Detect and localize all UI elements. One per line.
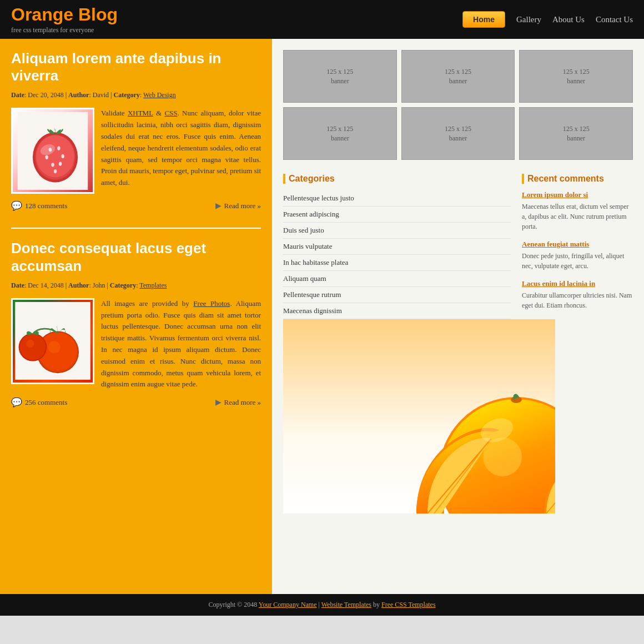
header: Orange Blog free css templates for every… xyxy=(0,0,644,39)
post-2-author-label: Author xyxy=(68,281,89,289)
left-column: Aliquam lorem ante dapibus in viverra Da… xyxy=(0,39,272,594)
recent-comments-title-bar xyxy=(522,174,524,184)
categories-section: Categories Pellentesque lectus justo Pra… xyxy=(283,174,511,319)
post-2-footer: 💬 256 comments ▶ Read more » xyxy=(11,397,261,407)
comment-2-link[interactable]: Aenean feugiat mattis xyxy=(522,240,633,249)
post-1-read-more-link[interactable]: ▶ Read more » xyxy=(215,201,261,210)
post-1-author-label: Author xyxy=(68,91,89,99)
nav-contact-link[interactable]: Contact Us xyxy=(596,15,633,24)
comment-3-text: Curabitur ullamcorper ultricies nisi. Na… xyxy=(522,290,633,310)
post-1-category-link[interactable]: Web Design xyxy=(143,91,176,99)
post-divider xyxy=(11,228,261,229)
category-item[interactable]: Mauris vulputate xyxy=(283,239,511,255)
post-2-read-more-label: Read more » xyxy=(224,398,261,407)
recent-comments-section: Recent comments Lorem ipsum dolor si Mae… xyxy=(522,174,633,319)
post-2-date: Dec 14, 2048 xyxy=(28,281,63,289)
footer: Copyright © 2048 Your Company Name | Web… xyxy=(0,594,644,616)
categories-title-text: Categories xyxy=(289,174,335,184)
banner-6[interactable]: 125 x 125banner xyxy=(519,107,633,160)
banner-grid: 125 x 125banner 125 x 125banner 125 x 12… xyxy=(283,50,633,160)
post-1-footer: 💬 128 comments ▶ Read more » xyxy=(11,200,261,211)
post-2-meta: Date: Dec 14, 2048 | Author: John | Cate… xyxy=(11,281,261,290)
comment-1-link[interactable]: Lorem ipsum dolor si xyxy=(522,190,633,199)
footer-copyright: Copyright © 2048 xyxy=(208,601,257,608)
main-wrapper: Aliquam lorem ante dapibus in viverra Da… xyxy=(0,39,644,594)
comment-1-text: Maecenas tellus erat, dictum vel semper … xyxy=(522,202,633,232)
post-1-comments-link[interactable]: 💬 128 comments xyxy=(11,200,67,211)
svg-point-19 xyxy=(26,340,34,348)
comment-1: Lorem ipsum dolor si Maecenas tellus era… xyxy=(522,190,633,232)
categories-title: Categories xyxy=(283,174,511,184)
post-1-title: Aliquam lorem ante dapibus in viverra xyxy=(11,50,261,84)
comment-3: Lacus enim id lacinia in Curabitur ullam… xyxy=(522,279,633,310)
footer-by: by xyxy=(373,601,380,608)
play-icon: ▶ xyxy=(215,201,222,210)
footer-css-link[interactable]: Free CSS Templates xyxy=(381,601,436,608)
post-2-date-label: Date xyxy=(11,281,24,289)
play-icon-2: ▶ xyxy=(215,398,222,407)
post-2-comments-count: 256 comments xyxy=(25,398,67,407)
post-2-category-label: Category xyxy=(110,281,136,289)
category-item[interactable]: In hac habitasse platea xyxy=(283,255,511,271)
nav-home-button[interactable]: Home xyxy=(462,11,505,28)
post-1-meta: Date: Dec 20, 2048 | Author: David | Cat… xyxy=(11,91,261,99)
post-2-image xyxy=(11,298,94,384)
recent-comments-title-text: Recent comments xyxy=(527,174,604,184)
orange-decoration-svg xyxy=(283,319,555,514)
banner-2[interactable]: 125 x 125banner xyxy=(401,50,515,103)
post-2-text: All images are provided by Free Photos. … xyxy=(101,298,261,390)
svg-point-6 xyxy=(45,155,48,159)
footer-company-link[interactable]: Your Company Name xyxy=(259,601,317,608)
category-list: Pellentesque lectus justo Praesent adipi… xyxy=(283,190,511,319)
post-2: Donec consequat lacus eget accumsan Date… xyxy=(11,240,261,407)
post-1-css-link[interactable]: CSS xyxy=(164,109,177,117)
post-2-comments-link[interactable]: 💬 256 comments xyxy=(11,397,67,407)
sidebar-bottom: Categories Pellentesque lectus justo Pra… xyxy=(283,174,633,319)
post-2-title: Donec consequat lacus eget accumsan xyxy=(11,240,261,274)
category-item[interactable]: Pellentesque rutrum xyxy=(283,287,511,303)
category-item[interactable]: Maecenas dignissim xyxy=(283,303,511,319)
comment-3-link[interactable]: Lacus enim id lacinia in xyxy=(522,279,633,288)
recent-comments-title: Recent comments xyxy=(522,174,633,184)
site-title: Orange Blog xyxy=(11,4,118,25)
footer-templates-link[interactable]: Website Templates xyxy=(321,601,371,608)
comment-icon: 💬 xyxy=(11,200,22,211)
post-1-xhtml-link[interactable]: XHTML xyxy=(128,109,153,117)
site-title-area: Orange Blog free css templates for every… xyxy=(11,4,118,34)
strawberry-svg xyxy=(14,112,92,190)
post-1-date-label: Date xyxy=(11,91,24,99)
post-2-read-more-link[interactable]: ▶ Read more » xyxy=(215,398,261,407)
post-2-category-link[interactable]: Templates xyxy=(139,281,167,289)
nav-gallery-link[interactable]: Gallery xyxy=(516,15,541,24)
post-1-content: Validate XHTML & CSS. Nunc aliquam, dolo… xyxy=(11,108,261,194)
post-1-image xyxy=(11,108,94,194)
svg-point-10 xyxy=(54,169,57,173)
banner-3[interactable]: 125 x 125banner xyxy=(519,50,633,103)
svg-point-7 xyxy=(61,154,64,158)
main-nav: Home Gallery About Us Contact Us xyxy=(462,11,633,28)
tomato-svg xyxy=(14,302,92,380)
svg-point-18 xyxy=(19,334,46,360)
category-item[interactable]: Duis sed justo xyxy=(283,223,511,239)
banner-4[interactable]: 125 x 125banner xyxy=(283,107,397,160)
category-item[interactable]: Aliquam quam xyxy=(283,271,511,287)
banner-5[interactable]: 125 x 125banner xyxy=(401,107,515,160)
comment-icon-2: 💬 xyxy=(11,397,22,407)
category-item[interactable]: Praesent adipiscing xyxy=(283,207,511,223)
post-2-author: John xyxy=(93,281,105,289)
post-1-read-more-label: Read more » xyxy=(224,202,261,210)
svg-point-16 xyxy=(48,341,61,354)
comment-2: Aenean feugiat mattis Donec pede justo, … xyxy=(522,240,633,271)
post-2-photos-link[interactable]: Free Photos xyxy=(193,299,230,308)
post-1-author: David xyxy=(93,91,109,99)
svg-point-23 xyxy=(483,437,522,476)
post-2-content: All images are provided by Free Photos. … xyxy=(11,298,261,390)
banner-1[interactable]: 125 x 125banner xyxy=(283,50,397,103)
orange-image-area xyxy=(283,319,555,514)
post-1-text: Validate XHTML & CSS. Nunc aliquam, dolo… xyxy=(101,108,261,194)
categories-title-bar xyxy=(283,174,285,184)
post-1-category-label: Category xyxy=(114,91,140,99)
site-subtitle: free css templates for everyone xyxy=(11,26,118,34)
category-item[interactable]: Pellentesque lectus justo xyxy=(283,190,511,207)
nav-about-link[interactable]: About Us xyxy=(552,15,585,24)
